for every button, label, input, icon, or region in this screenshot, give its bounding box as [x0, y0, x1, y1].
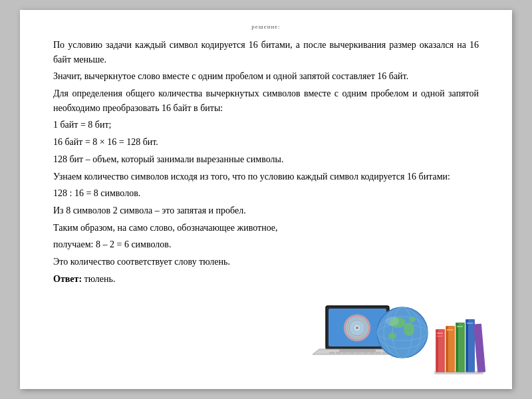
paragraph-11: Это количество соответствует слову тюлен… [53, 255, 479, 269]
svg-rect-13 [356, 352, 361, 354]
paragraph-10: Таким образом, на само слово, обозначающ… [53, 221, 479, 235]
paragraph-6: 128 бит – объем, который занимали выреза… [53, 152, 479, 167]
svg-rect-42 [434, 371, 483, 374]
svg-rect-34 [447, 329, 453, 331]
illustration-area [306, 289, 485, 376]
paragraph-1: По условию задачи каждый символ кодирует… [53, 38, 479, 66]
paragraph-5: 16 байт = 8 × 16 = 128 бит. [53, 135, 479, 150]
answer-value: тюлень. [84, 274, 116, 284]
svg-point-24 [404, 323, 414, 336]
content-area: По условию задачи каждый символ кодирует… [53, 38, 479, 286]
svg-rect-31 [437, 336, 443, 336]
books-icon [432, 316, 485, 376]
svg-point-26 [409, 317, 416, 322]
svg-rect-30 [437, 332, 443, 334]
svg-point-5 [356, 327, 358, 329]
svg-rect-11 [342, 352, 348, 354]
svg-rect-9 [329, 352, 334, 354]
solution-label: решение: [53, 23, 479, 30]
paragraph-12: Ответ: тюлень. [53, 272, 479, 287]
page: решение: По условию задачи каждый символ… [20, 10, 512, 389]
globe-icon [372, 303, 432, 362]
paragraph-9: Из 8 символов 2 символа – это запятая и … [53, 203, 479, 218]
paragraph-8: 128 : 16 = 8 символов. [53, 186, 479, 201]
paragraph-3: Для определения общего количества вычерк… [53, 86, 479, 115]
svg-rect-33 [446, 327, 448, 372]
paragraph-7: Узнаем количество символов исходя из тог… [53, 170, 479, 184]
svg-rect-12 [349, 352, 354, 354]
svg-point-18 [377, 307, 428, 358]
svg-rect-14 [362, 352, 368, 354]
paragraph-10b: получаем: 8 – 2 = 6 символов. [53, 237, 479, 252]
svg-point-27 [386, 317, 399, 326]
svg-rect-10 [336, 352, 341, 354]
svg-rect-36 [456, 323, 458, 372]
svg-rect-40 [467, 323, 473, 324]
svg-rect-39 [466, 320, 468, 372]
answer-label: Ответ: [53, 274, 82, 284]
paragraph-4: 1 байт = 8 бит; [53, 118, 479, 132]
svg-rect-37 [457, 326, 463, 327]
paragraph-2: Значит, вычеркнутое слово вместе с одним… [53, 69, 479, 84]
svg-point-25 [388, 332, 396, 339]
svg-rect-41 [473, 324, 485, 373]
